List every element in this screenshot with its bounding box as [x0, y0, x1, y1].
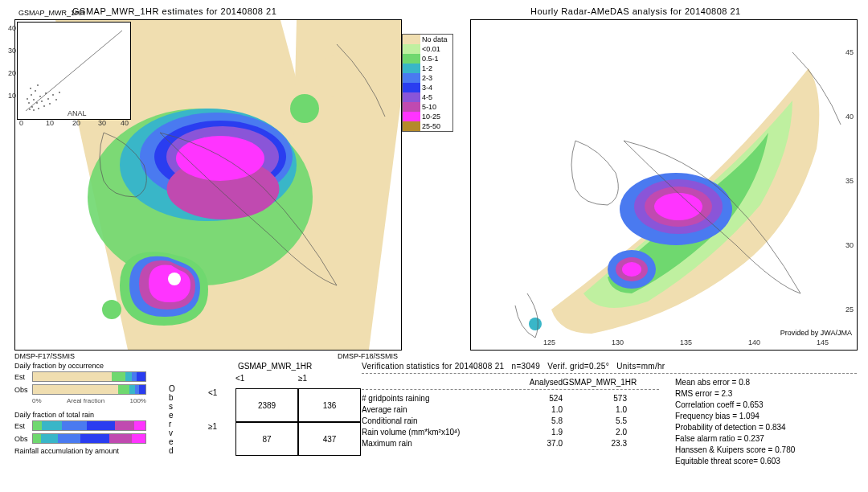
inset-xt2: 20	[72, 119, 80, 127]
right-plot-frame: 125 130 135 140 145 25 30 35 40 45 Provi…	[470, 19, 858, 351]
bars-title-3: Rainfall accumulation by amount	[14, 447, 167, 455]
bottom-panel: Daily fraction by occurrence Est Obs 0%A…	[8, 362, 860, 489]
legend-label: 4-5	[422, 93, 432, 101]
rp-lon0: 125	[543, 338, 555, 346]
right-plot-title: Hourly Radar-AMeDAS analysis for 2014080…	[530, 6, 741, 16]
legend-row: 25-50	[403, 121, 452, 131]
stats-row: Average rain1.01.0	[362, 405, 659, 414]
score-line: Frequency bias = 1.094	[675, 412, 795, 420]
contingency-table: GSMAP_MWR_1HR <1 ≥1 <1 2389 136 ≥1 87 43…	[189, 362, 361, 456]
svg-point-23	[55, 99, 57, 100]
legend-label: 1-2	[422, 64, 432, 72]
svg-point-20	[47, 98, 49, 100]
inset-yt3: 30	[8, 47, 16, 55]
bar-est-tot: Est	[14, 420, 167, 431]
legend-label: No data	[422, 35, 448, 43]
bars-title-2: Daily fraction of total rain	[14, 411, 167, 419]
svg-point-16	[36, 102, 38, 104]
inset-xt1: 10	[46, 119, 54, 127]
ct-col1: <1	[235, 374, 298, 388]
svg-line-12	[26, 31, 122, 111]
legend-swatch	[403, 73, 420, 83]
provider-label: Provided by JWA/JMA	[780, 329, 852, 337]
stats-left-col: AnalysedGSMAP_MWR_1HR # gridpoints raini…	[362, 378, 659, 468]
stats-row: Conditional rain5.85.5	[362, 416, 659, 425]
svg-point-29	[39, 96, 41, 97]
score-line: RMS error = 2.3	[675, 389, 795, 398]
fraction-bars: Daily fraction by occurrence Est Obs 0%A…	[14, 362, 167, 457]
svg-point-18	[41, 100, 43, 102]
rp-lat1: 30	[845, 241, 854, 249]
legend-row: 4-5	[403, 92, 452, 102]
legend-row: 0.5-1	[403, 54, 452, 64]
ct-row2: ≥1	[208, 422, 235, 456]
svg-point-27	[35, 90, 36, 92]
legend-swatch	[403, 64, 420, 73]
stats-title: Verification statistics for 20140808 21 …	[362, 362, 857, 371]
svg-point-37	[654, 193, 702, 220]
rp-lon1: 130	[612, 338, 624, 346]
legend-swatch	[403, 44, 420, 54]
svg-point-13	[29, 109, 31, 110]
ct-c21: 87	[235, 422, 298, 456]
svg-point-15	[33, 109, 35, 111]
legend-swatch	[403, 102, 420, 112]
ct-c22: 437	[298, 422, 361, 456]
svg-point-9	[102, 300, 121, 319]
svg-point-32	[30, 88, 31, 89]
legend-label: 5-10	[422, 103, 436, 111]
inset-xt0: 0	[19, 119, 23, 127]
svg-point-30	[45, 92, 47, 94]
rp-lat3: 40	[845, 113, 854, 121]
svg-point-11	[316, 55, 358, 97]
legend-swatch	[403, 92, 420, 102]
stats-head-a: Analysed	[498, 378, 563, 387]
inset-xlabel: ANAL	[68, 109, 87, 117]
stats-row: Maximum rain37.023.3	[362, 439, 659, 448]
rp-lat4: 45	[845, 48, 854, 56]
legend-label: 3-4	[422, 84, 432, 92]
inset-yt1: 10	[8, 92, 16, 100]
inset-yt4: 40	[8, 24, 16, 32]
svg-point-40	[622, 262, 641, 277]
bar-lab-est2: Est	[14, 422, 32, 430]
legend-label: 10-25	[422, 113, 440, 121]
inset-xt4: 40	[121, 119, 129, 127]
svg-point-19	[43, 105, 45, 107]
svg-point-25	[33, 99, 35, 100]
rp-lat0: 25	[845, 305, 854, 314]
svg-point-24	[59, 92, 60, 93]
svg-point-22	[52, 94, 54, 96]
sat-label-tl: DMSP-F17/SSMIS	[14, 352, 75, 360]
bar-axis-1: 0%Areal fraction100%	[32, 397, 146, 404]
bar-obs-occ: Obs	[14, 384, 167, 395]
stats-row: # gridpoints raining524573	[362, 394, 659, 403]
legend-swatch	[403, 121, 420, 131]
rp-lon2: 135	[680, 338, 692, 346]
legend-row: 10-25	[403, 112, 452, 121]
legend-swatch	[403, 54, 420, 64]
score-line: False alarm ratio = 0.237	[675, 434, 795, 443]
score-line: Hanssen & Kuipers score = 0.780	[675, 445, 795, 454]
stats-divider	[362, 373, 857, 374]
svg-point-17	[38, 108, 39, 109]
legend-row: 1-2	[403, 64, 452, 73]
legend-row: 5-10	[403, 102, 452, 112]
inset-title: GSMAP_MWR_1HR	[18, 9, 85, 17]
stats-scores: Mean abs error = 0.8RMS error = 2.3Corre…	[675, 378, 795, 468]
legend-swatch	[403, 83, 420, 92]
svg-point-14	[31, 106, 33, 108]
svg-point-7	[176, 136, 264, 181]
right-precip-svg	[471, 20, 857, 350]
bar-lab-obs1: Obs	[14, 386, 32, 394]
sat-label-br: DMSP-F18/SSMIS	[338, 352, 398, 360]
figure-root: GSMAP_MWR_1HR estimates for 20140808 21	[0, 0, 868, 492]
legend-row: No data	[403, 35, 452, 44]
score-line: Correlation coeff = 0.653	[675, 400, 795, 409]
ct-c12: 136	[298, 388, 361, 422]
left-plot-frame: GSMAP_MWR_1HR 0 10 20 30 40 40 30	[14, 19, 402, 351]
svg-point-41	[529, 318, 542, 330]
svg-point-33	[37, 84, 39, 86]
legend-swatch	[403, 112, 420, 121]
bar-lab-est1: Est	[14, 373, 32, 381]
